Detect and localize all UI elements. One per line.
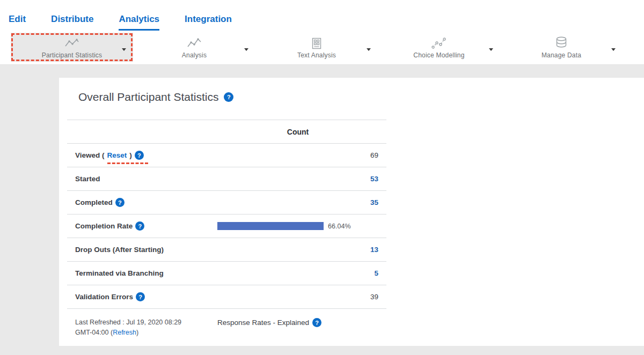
nav-tab-integration[interactable]: Integration [185, 14, 232, 31]
analytics-toolbar: Participant Statistics Analysis [0, 31, 644, 65]
scatter-line-chart-icon [431, 36, 447, 50]
database-icon [554, 36, 568, 50]
count-value: 53 [370, 175, 378, 183]
card-header: Overall Participant Statistics ? [59, 78, 644, 103]
completion-rate-bar-fill [217, 222, 324, 230]
response-rates-explained: Response Rates - Explained ? [217, 317, 378, 327]
help-icon[interactable]: ? [224, 92, 233, 102]
chevron-down-icon[interactable] [122, 48, 126, 51]
help-icon[interactable]: ? [135, 221, 144, 231]
table-footer: Last Refreshed : Jul 19, 2020 08:29 GMT-… [67, 317, 386, 338]
refresh-link[interactable]: Refresh [113, 329, 136, 336]
count-column-header: Count [287, 128, 309, 136]
top-navigation: Edit Distribute Analytics Integration [0, 0, 644, 31]
nav-tab-edit[interactable]: Edit [9, 14, 26, 31]
completion-rate-value: 66.04% [328, 223, 350, 230]
row-label: Drop Outs (After Starting) [75, 246, 217, 254]
table-row-validation-errors: Validation Errors ? 39 [67, 285, 386, 309]
table-row-viewed: Viewed ( Reset ) ? 69 [67, 144, 386, 167]
count-value: 39 [370, 293, 378, 301]
row-label: Completed ? [75, 198, 217, 207]
toolbar-item-label: Choice Modelling [413, 51, 464, 59]
annotation-red-underline [107, 162, 148, 164]
row-label: Validation Errors ? [75, 292, 217, 301]
table-row-completion-rate: Completion Rate ? 66.04% [67, 215, 386, 238]
participant-statistics-card: Overall Participant Statistics ? Count V… [59, 78, 644, 346]
reset-link[interactable]: Reset [107, 151, 127, 159]
help-icon[interactable]: ? [115, 198, 125, 207]
toolbar-item-label: Participant Statistics [42, 51, 102, 59]
count-value: 35 [370, 198, 378, 206]
chevron-down-icon[interactable] [489, 48, 493, 51]
count-value: 5 [374, 269, 378, 277]
toolbar-item-label: Analysis [182, 51, 207, 59]
row-label: Viewed ( Reset ) ? [75, 151, 217, 160]
toolbar-item-manage-data[interactable]: Manage Data [500, 33, 623, 62]
toolbar-item-participant-statistics[interactable]: Participant Statistics [11, 33, 133, 62]
nav-tab-distribute[interactable]: Distribute [51, 14, 93, 31]
table-row-completed: Completed ? 35 [67, 191, 386, 215]
line-chart-icon [186, 36, 202, 50]
chevron-down-icon[interactable] [244, 48, 248, 51]
last-refreshed: Last Refreshed : Jul 19, 2020 08:29 GMT-… [75, 317, 217, 338]
table-row-terminated: Terminated via Branching 5 [67, 262, 386, 285]
help-icon[interactable]: ? [312, 318, 321, 327]
table-row-started: Started 53 [67, 167, 386, 191]
toolbar-item-analysis[interactable]: Analysis [133, 33, 255, 62]
toolbar-item-text-analysis[interactable]: Text Analysis [255, 33, 378, 62]
text-table-icon [310, 36, 323, 50]
chevron-down-icon[interactable] [611, 48, 616, 51]
toolbar-item-label: Manage Data [541, 51, 581, 59]
line-chart-icon [64, 36, 80, 50]
main-content-area: Overall Participant Statistics ? Count V… [0, 65, 644, 355]
help-icon[interactable]: ? [136, 292, 145, 301]
participant-statistics-table: Count Viewed ( Reset ) ? 69 [67, 120, 386, 309]
toolbar-item-label: Text Analysis [297, 51, 336, 59]
chevron-down-icon[interactable] [367, 48, 371, 51]
help-icon[interactable]: ? [135, 151, 144, 160]
row-label: Started [75, 175, 217, 183]
count-value: 69 [370, 151, 378, 159]
toolbar-item-choice-modelling[interactable]: Choice Modelling [378, 33, 500, 62]
page-title: Overall Participant Statistics [78, 91, 218, 103]
row-label: Terminated via Branching [75, 269, 217, 277]
count-value: 13 [370, 246, 378, 254]
table-header-row: Count [67, 120, 386, 144]
nav-tab-analytics[interactable]: Analytics [119, 14, 159, 31]
row-label: Completion Rate ? [75, 221, 217, 231]
table-row-drop-outs: Drop Outs (After Starting) 13 [67, 238, 386, 262]
